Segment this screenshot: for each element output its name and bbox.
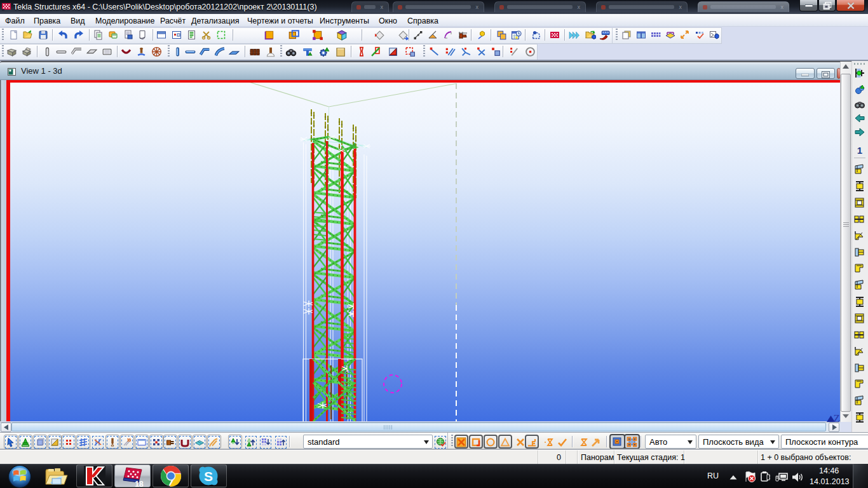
svg-text:1: 1	[857, 145, 862, 156]
svg-text:Z: Z	[834, 413, 840, 423]
svg-text:18: 18	[135, 480, 144, 487]
svg-text:S: S	[204, 469, 213, 484]
